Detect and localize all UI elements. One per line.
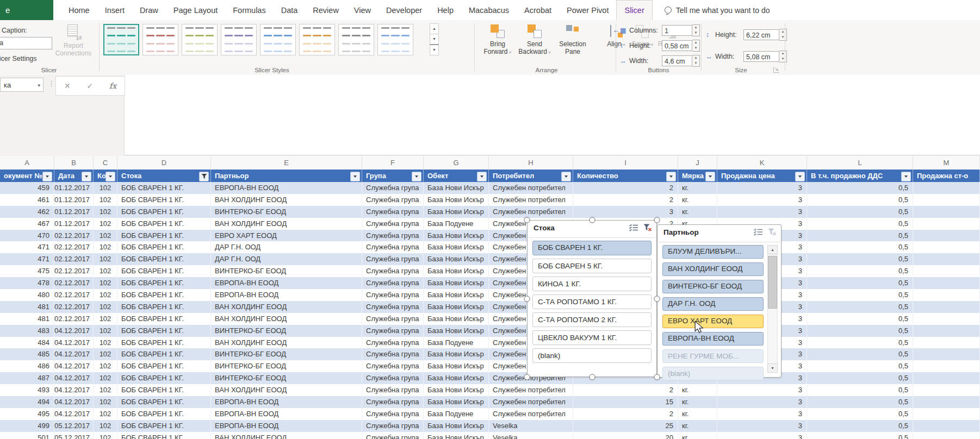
cell[interactable]: кг. [678, 432, 717, 439]
filter-dropdown-icon[interactable] [901, 172, 911, 181]
stepper-up-icon[interactable]: ▲ [779, 29, 786, 35]
cell[interactable]: 0,5 [807, 384, 913, 396]
cell[interactable]: 04.12.2017 [54, 396, 94, 408]
cell[interactable]: 04.12.2017 [54, 348, 94, 360]
cell[interactable]: 05.12.2017 [54, 432, 94, 439]
cell[interactable]: Служебна група [362, 301, 424, 313]
cell[interactable] [913, 218, 980, 230]
cell[interactable]: 501 [0, 432, 54, 439]
cell[interactable]: База Нови Искър [424, 348, 489, 360]
cell[interactable]: Служебна група [362, 396, 424, 408]
cell[interactable]: кг. [678, 182, 717, 194]
cell[interactable]: ЕВРОПА-ВН ЕООД [211, 420, 362, 432]
column-header-L[interactable]: L [807, 156, 913, 170]
cancel-entry-button[interactable]: ✕ [64, 81, 71, 90]
filter-dropdown-icon[interactable] [42, 172, 52, 181]
slicer-style-light-blue[interactable] [260, 24, 296, 55]
size-width-stepper[interactable]: ▲▼ [779, 51, 787, 62]
cell[interactable]: ВИНТЕРКО-БГ ЕООД [211, 265, 362, 277]
cell[interactable] [913, 230, 980, 242]
slicer-stock[interactable]: Стока БОБ СВАРЕН 1 КГ.БОБ СВАРЕН 5 КГ.КИ… [527, 220, 657, 377]
cell[interactable]: БОБ СВАРЕН 1 КГ. [117, 241, 211, 253]
cell[interactable]: 0,5 [807, 348, 913, 360]
cell[interactable]: Служебен потребител [489, 384, 573, 396]
file-tab[interactable]: e [0, 0, 53, 20]
cell[interactable]: 102 [94, 289, 117, 301]
resize-handle[interactable] [524, 296, 530, 302]
cell[interactable]: 475 [0, 265, 54, 277]
partner-item-винтерко-бг-еоод[interactable]: ВИНТЕРКО-БГ ЕООД [662, 280, 764, 293]
filter-dropdown-icon[interactable] [82, 172, 91, 181]
resize-handle[interactable] [654, 374, 660, 380]
slicer-style-dark-gray[interactable] [338, 24, 374, 55]
filter-dropdown-icon[interactable] [350, 172, 360, 181]
cell[interactable]: 04.12.2017 [54, 372, 94, 384]
stepper-down-icon[interactable]: ▼ [692, 46, 699, 51]
cell[interactable]: 0,5 [807, 230, 913, 242]
cell[interactable]: 0,5 [807, 194, 913, 206]
cell[interactable]: ВИНТЕРКО-БГ ЕООД [211, 206, 362, 218]
slicer-partner[interactable]: Партньор БЛУУМ ДЕЛИВЪРИ...ВАН ХОЛДИНГ ЕО… [657, 224, 781, 378]
cell[interactable]: кг. [678, 194, 717, 206]
buttons-width-input[interactable]: 4,6 cm [662, 55, 692, 66]
partner-item-blank[interactable]: (blank) [662, 367, 764, 380]
stock-item-боб-сварен-1-кг[interactable]: БОБ СВАРЕН 1 КГ. [532, 241, 652, 255]
cell[interactable]: 01.12.2017 [54, 218, 94, 230]
cell[interactable]: 471 [0, 253, 54, 265]
cell[interactable]: ВИНТЕРКО-БГ ЕООД [211, 348, 362, 360]
slicer-style-light-red[interactable] [142, 24, 178, 55]
filter-applied-icon[interactable] [199, 172, 209, 181]
cell[interactable]: ВИНТЕРКО-БГ ЕООД [211, 360, 362, 372]
cell[interactable]: Служебна група [362, 182, 424, 194]
cell[interactable]: 05.12.2017 [54, 420, 94, 432]
cell[interactable]: ЕВРОПА-ВН ЕООД [211, 289, 362, 301]
column-header-I[interactable]: I [573, 156, 678, 170]
cell[interactable]: БОБ СВАРЕН 1 КГ. [117, 301, 211, 313]
cell[interactable]: 01.12.2017 [54, 182, 94, 194]
cell[interactable]: БОБ СВАРЕН 1 КГ. [117, 253, 211, 265]
stepper-down-icon[interactable]: ▼ [692, 61, 699, 66]
cell[interactable]: БОБ СВАРЕН 1 КГ. [117, 218, 211, 230]
cell[interactable]: 3 [573, 206, 678, 218]
cell[interactable]: 02.12.2017 [54, 241, 94, 253]
cell[interactable]: 494 [0, 396, 54, 408]
column-header-M[interactable]: M [913, 156, 980, 170]
cell[interactable]: База Нови Искър [424, 265, 489, 277]
cell[interactable]: 04.12.2017 [54, 360, 94, 372]
cell[interactable]: Служебна група [362, 194, 424, 206]
cell[interactable] [913, 360, 980, 372]
cell[interactable] [913, 265, 980, 277]
cell[interactable]: База Подуене [424, 408, 489, 420]
cell[interactable]: 3 [717, 396, 807, 408]
tab-acrobat[interactable]: Acrobat [517, 0, 559, 20]
multi-select-icon[interactable] [629, 224, 638, 234]
slicer-style-dark-blue[interactable] [377, 24, 413, 55]
cell[interactable]: ВАН ХОЛДИНГ ЕООД [211, 337, 362, 349]
cell[interactable] [913, 206, 980, 218]
cell[interactable]: 484 [0, 337, 54, 349]
stock-item-киноа-1-кг[interactable]: КИНОА 1 КГ. [532, 277, 652, 291]
stepper-down-icon[interactable]: ▼ [779, 35, 786, 40]
cell[interactable]: 102 [94, 372, 117, 384]
cell[interactable]: 102 [94, 432, 117, 439]
cell[interactable]: 486 [0, 360, 54, 372]
cell[interactable]: 461 [0, 194, 54, 206]
cell[interactable]: БОБ СВАРЕН 1 КГ. [117, 325, 211, 337]
name-box-dropdown-icon[interactable]: ▾ [38, 78, 40, 92]
cell[interactable] [913, 432, 980, 439]
filter-dropdown-icon[interactable] [106, 172, 115, 181]
cell[interactable]: ВАН ХОЛДИНГ ЕООД [211, 301, 362, 313]
cell[interactable]: 459 [0, 182, 54, 194]
cell[interactable]: БОБ СВАРЕН 1 КГ. [117, 182, 211, 194]
cell[interactable]: 3 [717, 206, 807, 218]
filter-dropdown-icon[interactable] [795, 172, 805, 181]
cell[interactable]: 25 [573, 420, 678, 432]
cell[interactable]: 04.12.2017 [54, 408, 94, 420]
partner-item-евро-харт-еоод[interactable]: ЕВРО ХАРТ ЕООД [662, 315, 764, 328]
cell[interactable]: База Подуене [424, 337, 489, 349]
cell[interactable]: 0,5 [807, 325, 913, 337]
cell[interactable]: База Нови Искър [424, 194, 489, 206]
cell[interactable]: ЕВРОПА-ВН ЕООД [211, 396, 362, 408]
cell[interactable]: 481 [0, 313, 54, 325]
cell[interactable]: Служебна група [362, 372, 424, 384]
